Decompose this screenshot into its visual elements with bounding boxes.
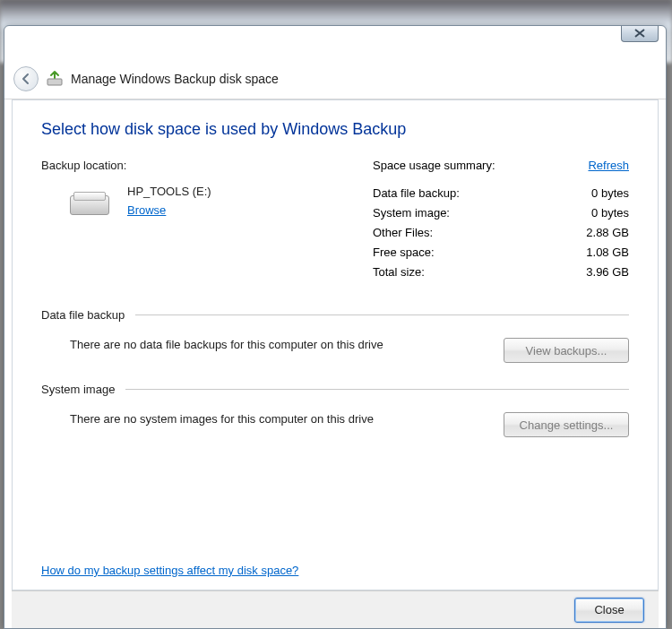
usage-key: Free space: <box>373 244 435 262</box>
close-button[interactable]: Close <box>574 598 644 623</box>
usage-key: Total size: <box>373 263 425 281</box>
dialog-footer: Close <box>12 590 659 628</box>
section-title: System image <box>41 383 115 396</box>
usage-val: 3.96 GB <box>586 263 629 281</box>
backup-disk-space-dialog: Manage Windows Backup disk space Select … <box>4 25 667 629</box>
usage-val: 2.88 GB <box>586 224 629 242</box>
dialog-title: Manage Windows Backup disk space <box>71 72 279 86</box>
data-file-backup-section: Data file backup There are no data file … <box>41 308 629 363</box>
backup-icon <box>46 70 64 88</box>
page-title: Select how disk space is used by Windows… <box>41 120 629 139</box>
refresh-link[interactable]: Refresh <box>588 159 629 172</box>
space-usage-label: Space usage summary: <box>373 159 495 172</box>
system-image-message: There are no system images for this comp… <box>70 412 374 426</box>
data-backup-message: There are no data file backups for this … <box>70 338 383 351</box>
back-button[interactable] <box>13 66 39 91</box>
usage-val: 1.08 GB <box>586 244 629 262</box>
usage-key: System image: <box>373 204 450 222</box>
divider <box>135 314 629 315</box>
close-icon <box>634 29 645 38</box>
svg-rect-0 <box>47 79 62 85</box>
section-title: Data file backup <box>41 308 125 322</box>
change-settings-button[interactable]: Change settings... <box>504 412 629 437</box>
usage-table: Data file backup:0 bytes System image:0 … <box>373 185 629 281</box>
usage-val: 0 bytes <box>591 204 629 222</box>
dialog-header: Manage Windows Backup disk space <box>4 58 666 99</box>
backup-location-label: Backup location: <box>41 159 337 172</box>
dialog-content: Select how disk space is used by Windows… <box>12 99 659 590</box>
usage-key: Other Files: <box>373 224 433 242</box>
browse-link[interactable]: Browse <box>127 203 211 217</box>
divider <box>125 389 629 390</box>
drive-name: HP_TOOLS (E:) <box>127 185 211 198</box>
drive-icon <box>68 188 111 217</box>
usage-key: Data file backup: <box>373 185 460 202</box>
close-window-button[interactable] <box>621 25 659 42</box>
arrow-left-icon <box>20 73 32 85</box>
help-link[interactable]: How do my backup settings affect my disk… <box>41 564 298 577</box>
system-image-section: System image There are no system images … <box>41 383 629 437</box>
view-backups-button[interactable]: View backups... <box>504 338 629 363</box>
usage-val: 0 bytes <box>591 185 629 202</box>
